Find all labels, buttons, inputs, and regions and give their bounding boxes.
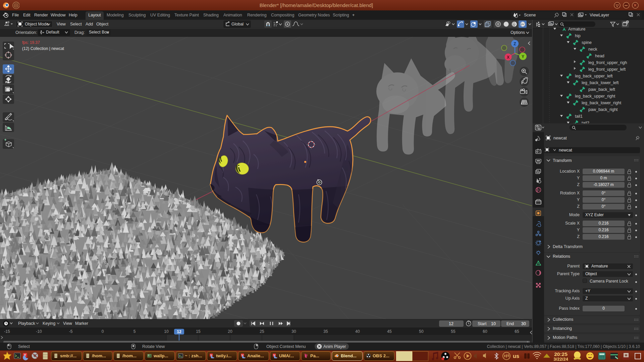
svg-text:35: 35 bbox=[323, 329, 328, 334]
svg-text:10: 10 bbox=[164, 329, 169, 334]
svg-text:leg_back_upper_right: leg_back_upper_right bbox=[575, 94, 615, 99]
svg-text:leg_front_upper_left: leg_front_upper_left bbox=[588, 67, 626, 72]
svg-text:50: 50 bbox=[419, 329, 424, 334]
svg-text:Select: Select bbox=[18, 344, 30, 349]
svg-text:Z: Z bbox=[514, 42, 516, 46]
svg-text:0: 0 bbox=[102, 329, 104, 334]
svg-text:Rotate View: Rotate View bbox=[142, 344, 165, 349]
svg-text:40: 40 bbox=[355, 329, 360, 334]
svg-text:25: 25 bbox=[260, 329, 264, 334]
svg-text:55: 55 bbox=[451, 329, 455, 334]
svg-text:45: 45 bbox=[387, 329, 392, 334]
svg-text:60: 60 bbox=[483, 329, 487, 334]
svg-text:Playback: Playback bbox=[18, 321, 35, 326]
svg-text:Object Context Menu: Object Context Menu bbox=[266, 344, 306, 349]
svg-text:Keying: Keying bbox=[43, 321, 55, 326]
svg-text:leg_front_upper_righ: leg_front_upper_righ bbox=[588, 60, 627, 65]
svg-text:spine: spine bbox=[582, 40, 592, 45]
svg-text:X: X bbox=[507, 55, 509, 60]
svg-text:Global: Global bbox=[231, 22, 244, 26]
svg-text:12: 12 bbox=[449, 321, 453, 326]
svg-text:tail1: tail1 bbox=[575, 114, 583, 119]
svg-text:3/22/24: 3/22/24 bbox=[553, 357, 568, 362]
svg-text:leg_back_lower_right: leg_back_lower_right bbox=[582, 101, 622, 105]
svg-text:head: head bbox=[595, 54, 604, 58]
svg-text:us: us bbox=[513, 353, 519, 359]
svg-text:hip: hip bbox=[575, 34, 581, 38]
svg-text:65: 65 bbox=[515, 329, 519, 334]
svg-text:Marker: Marker bbox=[75, 321, 88, 326]
svg-text:neck: neck bbox=[588, 47, 597, 52]
svg-text:paw_back_right: paw_back_right bbox=[588, 107, 618, 112]
svg-text:10: 10 bbox=[491, 321, 496, 326]
svg-text:12: 12 bbox=[177, 329, 181, 334]
svg-text:tail2: tail2 bbox=[582, 121, 589, 123]
svg-text:End: End bbox=[506, 321, 514, 326]
svg-text:Anim Player: Anim Player bbox=[323, 344, 346, 349]
svg-text:15: 15 bbox=[196, 329, 201, 334]
svg-text:Y: Y bbox=[522, 54, 524, 59]
svg-text:-15: -15 bbox=[4, 329, 10, 334]
svg-text:leg_back_lower_left: leg_back_lower_left bbox=[582, 80, 619, 85]
svg-text:Armature: Armature bbox=[568, 27, 585, 32]
svg-text:paw_back_left: paw_back_left bbox=[588, 87, 615, 92]
svg-text:-5: -5 bbox=[69, 329, 73, 334]
svg-text:30: 30 bbox=[291, 329, 296, 334]
svg-text:20: 20 bbox=[228, 329, 232, 334]
svg-text:View: View bbox=[63, 321, 72, 326]
svg-text:leg_back_upper_left: leg_back_upper_left bbox=[575, 74, 613, 78]
svg-text:Start: Start bbox=[478, 321, 487, 326]
svg-text:30: 30 bbox=[521, 321, 526, 326]
svg-text:20:25: 20:25 bbox=[554, 351, 568, 357]
svg-text:5: 5 bbox=[133, 329, 136, 334]
svg-text:-10: -10 bbox=[36, 329, 42, 334]
